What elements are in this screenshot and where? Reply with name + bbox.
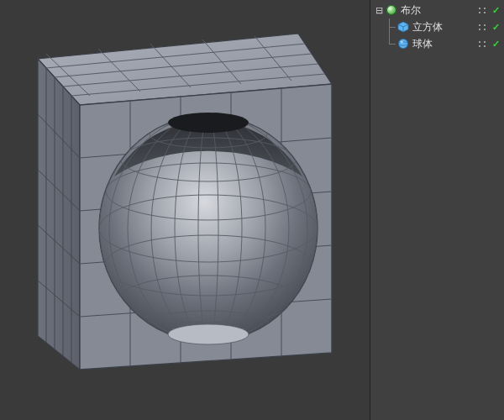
boole-icon [386,4,397,16]
expand-toggle[interactable]: ⊟ [374,5,384,16]
render-enable-check[interactable]: ✓ [491,22,501,32]
cube-icon [397,21,409,33]
svg-point-48 [399,39,408,49]
object-status-toggles: ✓ [477,5,501,15]
svg-marker-3 [38,59,80,370]
tree-connector [384,18,396,35]
object-status-toggles: ✓ [477,39,501,49]
render-enable-check[interactable]: ✓ [491,5,501,15]
object-hierarchy-tree[interactable]: ⊟布尔✓立方体✓球体✓ [370,0,504,54]
hierarchy-item-cube[interactable]: 立方体✓ [370,18,504,35]
scene-cube-sphere-boolean [0,0,370,420]
object-manager-panel: ⊟布尔✓立方体✓球体✓ [370,0,504,420]
object-label[interactable]: 布尔 [401,3,474,18]
layer-visibility-dots[interactable] [477,6,489,14]
layer-visibility-dots[interactable] [477,39,489,48]
render-enable-check[interactable]: ✓ [491,39,501,49]
hierarchy-item-boole[interactable]: ⊟布尔✓ [370,2,504,18]
sphere-icon [397,38,409,50]
hierarchy-item-sphere[interactable]: 球体✓ [370,35,504,52]
svg-point-45 [168,324,249,344]
svg-point-44 [168,113,249,133]
layer-visibility-dots[interactable] [477,23,489,31]
object-status-toggles: ✓ [477,22,501,32]
object-label[interactable]: 立方体 [412,20,474,34]
object-label[interactable]: 球体 [412,37,474,51]
viewport-3d[interactable] [0,0,370,420]
svg-point-50 [401,41,403,43]
tree-connector [384,35,396,52]
